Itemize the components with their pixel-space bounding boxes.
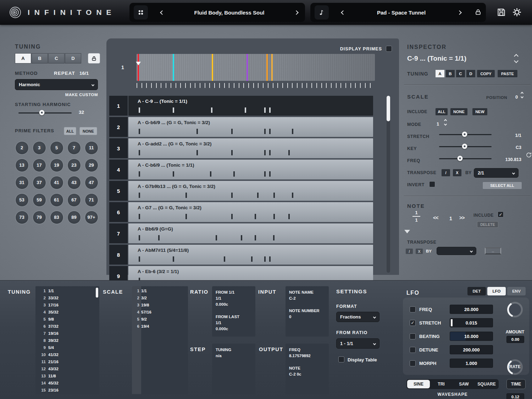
prime-filter-37-button[interactable]: 37 [33, 176, 46, 189]
tuning-lock-button[interactable] [88, 53, 100, 63]
freq-slider[interactable] [439, 156, 492, 161]
note-tick[interactable] [288, 150, 290, 155]
list-item[interactable]: 1523/16 [35, 387, 99, 394]
note-tick[interactable] [139, 193, 140, 198]
note-tick[interactable] [216, 235, 217, 240]
prime-filter-2-button[interactable]: 2 [15, 141, 29, 155]
prime-filter-7-button[interactable]: 7 [67, 141, 81, 155]
scrollbar-thumb[interactable] [387, 96, 390, 121]
scrollbar-track[interactable] [387, 96, 390, 273]
save-button[interactable] [497, 7, 506, 18]
list-item[interactable]: 1243/32 [35, 365, 99, 372]
include-new-button[interactable]: NEW [472, 108, 488, 116]
list-item[interactable]: 1121/16 [35, 358, 99, 365]
list-item[interactable]: 839/32 [35, 337, 99, 344]
note-tick[interactable] [173, 171, 174, 177]
prime-filter-71-button[interactable]: 71 [85, 193, 98, 207]
note-tick[interactable] [241, 235, 242, 240]
from-ratio-dropdown[interactable]: 1 - 1/1 [336, 338, 379, 349]
note-tick[interactable] [231, 150, 233, 155]
lfo-beating-field[interactable]: 10.000 [450, 332, 493, 341]
prime-filter-61-button[interactable]: 61 [50, 193, 63, 207]
list-item[interactable]: 1445/32 [35, 379, 99, 387]
patch-prev-button[interactable] [158, 7, 167, 18]
lfo-beating-checkbox[interactable] [410, 333, 416, 339]
display-primes-checkbox[interactable] [386, 46, 392, 52]
note-tick[interactable] [231, 193, 233, 198]
sound-next-button[interactable] [455, 7, 464, 18]
prime-filter-59-button[interactable]: 59 [33, 193, 46, 207]
note-tick[interactable] [139, 129, 140, 134]
lfo-stretch-checkbox[interactable] [410, 320, 416, 326]
prime-filter-79-button[interactable]: 79 [33, 211, 46, 224]
prime-filter-67-button[interactable]: 67 [67, 193, 81, 207]
scale-row[interactable]: 1A - C-9 ... (Tonic = 1/1) [109, 96, 373, 116]
inspector-tuning-slot-d-button[interactable]: D [466, 70, 476, 78]
patch-preset-name[interactable]: Fluid Body, Boundless Soul [169, 10, 290, 16]
slider-knob[interactable] [458, 156, 463, 161]
invert-checkbox[interactable] [429, 181, 435, 187]
note-tick[interactable] [269, 150, 271, 155]
note-tick[interactable] [139, 214, 140, 219]
note-tick[interactable] [196, 129, 198, 134]
lfo-tab-env[interactable]: ENV [507, 287, 526, 295]
lfo-detune-field[interactable]: 200.000 [450, 345, 493, 354]
include-all-button[interactable]: ALL [435, 108, 448, 116]
note-tick[interactable] [139, 256, 140, 262]
scale-row[interactable]: 4A - C-b6/9 ... (Tonic = 1/1) [109, 160, 373, 179]
prime-filter-31-button[interactable]: 31 [15, 176, 29, 189]
starting-harmonic-slider[interactable] [18, 110, 72, 116]
slider-knob[interactable] [39, 110, 45, 115]
note-tick[interactable] [255, 214, 256, 219]
note-tick[interactable] [255, 235, 256, 240]
patch-browser-button[interactable] [134, 5, 148, 20]
prime-filter-17-button[interactable]: 17 [33, 159, 46, 172]
note-tick[interactable] [231, 214, 233, 219]
inspector-tuning-slot-b-button[interactable]: B [445, 70, 455, 78]
note-tick[interactable] [257, 193, 259, 198]
note-tick[interactable] [139, 235, 140, 240]
slider-knob[interactable] [462, 144, 467, 149]
prime-filter-47-button[interactable]: 47 [85, 176, 98, 189]
note-tick[interactable] [269, 256, 271, 262]
note-next-button[interactable]: >> [459, 215, 464, 221]
note-tick[interactable] [269, 129, 271, 134]
list-item[interactable]: 11/1 [35, 287, 99, 294]
sound-browser-button[interactable] [315, 5, 329, 20]
list-item[interactable]: 59/8 [35, 316, 99, 323]
stretch-slider[interactable] [439, 132, 492, 137]
prime-filter-11-button[interactable]: 11 [85, 141, 98, 155]
list-item[interactable]: 637/32 [35, 323, 99, 330]
note-tick[interactable] [173, 256, 174, 262]
lfo-detune-checkbox[interactable] [410, 347, 416, 353]
transpose-multiply-button[interactable]: X [453, 169, 462, 177]
transpose-divide-button[interactable]: / [441, 169, 450, 177]
lfo-amount-knob[interactable] [507, 302, 523, 317]
note-transpose-by-dropdown[interactable] [437, 247, 476, 255]
note-width-button[interactable]: ↔ [485, 248, 501, 254]
note-tick[interactable] [211, 107, 212, 113]
note-tick[interactable] [251, 256, 253, 262]
waveshape-sine-button[interactable]: SINE [407, 380, 430, 388]
note-tick[interactable] [264, 150, 266, 155]
selection-spinner[interactable] [515, 55, 518, 62]
note-tick[interactable] [264, 171, 266, 177]
mode-spinner[interactable] [444, 120, 447, 125]
prime-filter-41-button[interactable]: 41 [50, 176, 63, 189]
sound-prev-button[interactable] [339, 7, 348, 18]
scale-row[interactable]: 3A - G-add2 ... (G = G, Tonic = 3/2) [109, 138, 373, 158]
list-item[interactable]: 1311/8 [35, 372, 99, 379]
prime-filter-23-button[interactable]: 23 [67, 159, 81, 172]
position-spinner[interactable] [521, 92, 523, 98]
primes-none-button[interactable]: NONE [79, 127, 97, 135]
slider-knob[interactable] [462, 132, 467, 137]
lfo-stretch-field[interactable]: 0.015 [450, 318, 493, 327]
note-tick[interactable] [139, 171, 140, 177]
prime-filter-3-button[interactable]: 3 [33, 141, 46, 155]
paste-button[interactable]: PASTE [497, 70, 518, 78]
prime-filter-43-button[interactable]: 43 [67, 176, 81, 189]
scale-row[interactable]: 8A - AbM7#11 (5/4=11/8) [109, 245, 373, 265]
scale-row[interactable]: 5A - G7b9b13 ... (G = G, Tonic = 3/2) [109, 181, 373, 201]
note-tick[interactable] [139, 107, 140, 113]
scale-row[interactable]: 6A - G7 ... (G = G, Tonic = 3/2) [109, 202, 373, 222]
